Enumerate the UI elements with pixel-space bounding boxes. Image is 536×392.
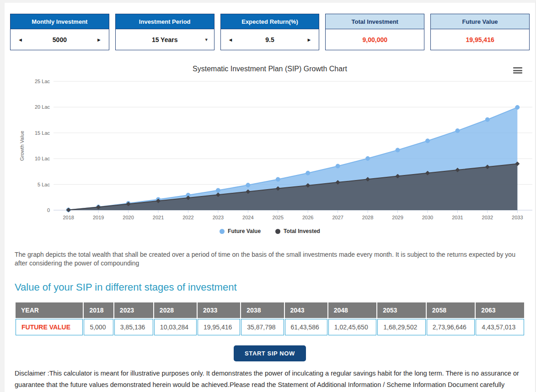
svg-text:2033: 2033 bbox=[512, 215, 523, 220]
table-future-value-cell: 61,43,586 bbox=[285, 319, 327, 335]
future-value-row-header: FUTURE VALUE bbox=[16, 319, 83, 335]
total-investment-display: 9,00,000 bbox=[326, 29, 424, 50]
hamburger-icon[interactable] bbox=[513, 67, 522, 74]
svg-text:2027: 2027 bbox=[332, 215, 343, 220]
control-future-value: Future Value 19,95,416 bbox=[430, 14, 530, 50]
chart-legend: Future ValueTotal Invested bbox=[10, 226, 530, 237]
table-future-value-cell: 10,03,284 bbox=[154, 319, 197, 335]
table-year-cell: 2058 bbox=[427, 302, 475, 318]
table-future-value-cell: 4,43,57,013 bbox=[476, 319, 524, 335]
svg-text:15 Lac: 15 Lac bbox=[35, 130, 50, 136]
svg-text:2032: 2032 bbox=[482, 215, 493, 220]
sip-stages-table: YEAR 20182023202820332038204320482053205… bbox=[15, 302, 525, 336]
svg-text:2030: 2030 bbox=[422, 215, 433, 220]
legend-label: Future Value bbox=[228, 228, 261, 234]
control-monthly-investment: Monthly Investment ◄ 5000 ► bbox=[10, 14, 109, 50]
table-future-value-cell: 1,02,45,650 bbox=[328, 319, 377, 335]
table-future-value-cell: 19,95,416 bbox=[198, 319, 240, 335]
total-investment-label: Total Investment bbox=[326, 14, 424, 29]
table-year-cell: 2063 bbox=[476, 302, 524, 318]
table-year-row: YEAR 20182023202820332038204320482053205… bbox=[16, 302, 524, 318]
table-year-cell: 2028 bbox=[154, 302, 197, 318]
decrement-arrow-icon[interactable]: ◄ bbox=[228, 37, 233, 42]
table-year-cell: 2043 bbox=[285, 302, 327, 318]
expected-return-label: Expected Return(%) bbox=[221, 14, 319, 29]
chart-title: Systematic Investment Plan (SIP) Growth … bbox=[10, 62, 530, 73]
decrement-arrow-icon[interactable]: ◄ bbox=[18, 37, 23, 42]
expected-return-stepper: ◄ 9.5 ► bbox=[221, 29, 319, 50]
svg-text:2018: 2018 bbox=[63, 215, 74, 220]
svg-text:2021: 2021 bbox=[153, 215, 164, 220]
sip-growth-chart-panel: Systematic Investment Plan (SIP) Growth … bbox=[10, 62, 530, 237]
table-year-cell: 2023 bbox=[114, 302, 153, 318]
cta-row: START SIP NOW bbox=[10, 345, 530, 361]
table-future-value-cell: 5,000 bbox=[84, 319, 113, 335]
monthly-investment-stepper: ◄ 5000 ► bbox=[11, 29, 109, 50]
control-expected-return: Expected Return(%) ◄ 9.5 ► bbox=[220, 14, 320, 50]
table-future-value-cell: 3,85,136 bbox=[114, 319, 153, 335]
future-value-value: 19,95,416 bbox=[466, 36, 494, 43]
svg-text:2028: 2028 bbox=[362, 215, 373, 220]
table-year-cell: 2033 bbox=[198, 302, 240, 318]
increment-arrow-icon[interactable]: ► bbox=[307, 37, 312, 42]
future-value-label: Future Value bbox=[431, 14, 529, 29]
table-year-cell: 2048 bbox=[328, 302, 377, 318]
year-row-header: YEAR bbox=[16, 302, 83, 318]
svg-text:Growth Value: Growth Value bbox=[19, 131, 25, 161]
start-sip-now-button[interactable]: START SIP NOW bbox=[234, 345, 306, 361]
table-future-value-row: FUTURE VALUE 5,0003,85,13610,03,28419,95… bbox=[16, 319, 524, 335]
legend-dot-icon bbox=[220, 229, 225, 234]
svg-text:2023: 2023 bbox=[213, 215, 224, 220]
monthly-investment-label: Monthly Investment bbox=[11, 14, 109, 29]
investment-period-label: Investment Period bbox=[116, 14, 214, 29]
increment-arrow-icon[interactable]: ► bbox=[96, 37, 102, 42]
investment-period-value: 15 Years bbox=[152, 36, 178, 43]
svg-text:25 Lac: 25 Lac bbox=[35, 79, 50, 84]
monthly-investment-value[interactable]: 5000 bbox=[53, 36, 67, 43]
table-year-cell: 2018 bbox=[84, 302, 113, 318]
svg-text:2022: 2022 bbox=[182, 215, 193, 220]
sip-growth-chart[interactable]: 05 Lac10 Lac15 Lac20 Lac25 Lac2018201920… bbox=[10, 78, 535, 222]
table-future-value-cell: 1,68,29,502 bbox=[377, 319, 426, 335]
table-year-cell: 2038 bbox=[241, 302, 284, 318]
controls-row: Monthly Investment ◄ 5000 ► Investment P… bbox=[10, 14, 530, 50]
section-heading: Value of your SIP in different stages of… bbox=[15, 281, 525, 293]
dropdown-caret-icon[interactable]: ▼ bbox=[204, 37, 209, 42]
investment-period-select[interactable]: 15 Years ▼ bbox=[116, 29, 214, 50]
svg-text:2019: 2019 bbox=[93, 215, 104, 220]
svg-text:2029: 2029 bbox=[392, 215, 403, 220]
future-value-display: 19,95,416 bbox=[431, 29, 529, 50]
svg-text:2031: 2031 bbox=[452, 215, 463, 220]
svg-text:20 Lac: 20 Lac bbox=[35, 104, 50, 110]
legend-item-total-invested[interactable]: Total Invested bbox=[275, 228, 320, 234]
legend-dot-icon bbox=[275, 229, 280, 234]
table-future-value-cell: 2,73,96,646 bbox=[427, 319, 475, 335]
svg-text:2020: 2020 bbox=[123, 215, 134, 220]
chart-title-row: Systematic Investment Plan (SIP) Growth … bbox=[10, 62, 530, 78]
legend-item-future-value[interactable]: Future Value bbox=[220, 228, 261, 234]
svg-text:10 Lac: 10 Lac bbox=[35, 156, 50, 161]
svg-text:2026: 2026 bbox=[302, 215, 313, 220]
graph-description: The graph depicts the total wealth that … bbox=[15, 250, 525, 268]
sip-calculator-page: Monthly Investment ◄ 5000 ► Investment P… bbox=[5, 14, 535, 392]
legend-label: Total Invested bbox=[284, 228, 320, 234]
svg-text:0: 0 bbox=[47, 207, 50, 213]
svg-text:2024: 2024 bbox=[242, 215, 253, 220]
table-year-cell: 2053 bbox=[377, 302, 426, 318]
svg-text:5 Lac: 5 Lac bbox=[38, 182, 50, 187]
disclaimer-text: Disclaimer :This calculator is meant for… bbox=[15, 368, 525, 392]
control-investment-period: Investment Period 15 Years ▼ bbox=[115, 14, 214, 50]
expected-return-value[interactable]: 9.5 bbox=[265, 36, 274, 43]
control-total-investment: Total Investment 9,00,000 bbox=[325, 14, 424, 50]
total-investment-value: 9,00,000 bbox=[363, 36, 388, 43]
svg-text:2025: 2025 bbox=[273, 215, 284, 220]
table-future-value-cell: 35,87,798 bbox=[241, 319, 284, 335]
